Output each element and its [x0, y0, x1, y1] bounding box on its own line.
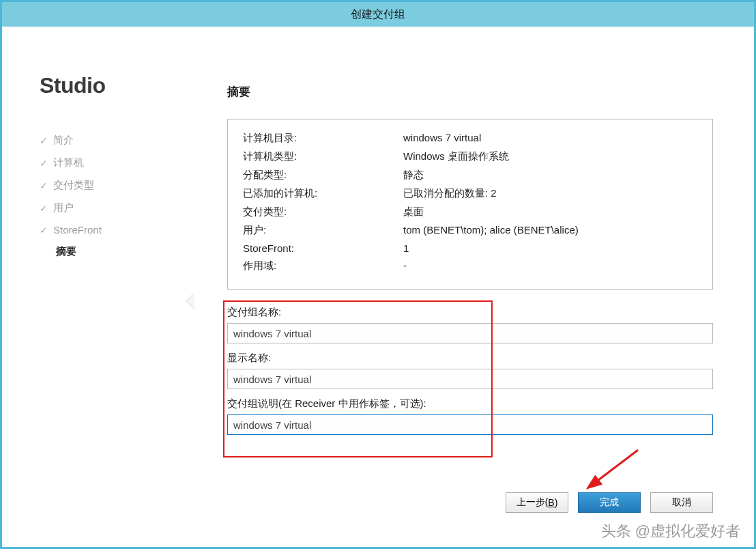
- back-button[interactable]: 上一步(B): [506, 492, 568, 513]
- description-label: 交付组说明(在 Receiver 中用作标签，可选):: [227, 397, 713, 410]
- step-label: 交付类型: [53, 179, 94, 192]
- summary-label: 已添加的计算机:: [243, 187, 403, 200]
- main-panel: 摘要 计算机目录: windows 7 virtual 计算机类型: Windo…: [190, 27, 754, 547]
- step-users[interactable]: ✓ 用户: [40, 201, 190, 214]
- summary-row: 已添加的计算机: 已取消分配的数量: 2: [243, 187, 697, 200]
- summary-value: 静态: [403, 169, 697, 182]
- summary-value: 已取消分配的数量: 2: [403, 187, 697, 200]
- dialog-window: 创建交付组 Studio ✓ 简介 ✓ 计算机 ✓ 交付类型 ✓ 用户 ✓: [0, 0, 756, 549]
- summary-value: -: [403, 259, 697, 272]
- step-label: 计算机: [53, 156, 84, 169]
- step-summary[interactable]: 摘要: [40, 245, 190, 258]
- finish-label: 完成: [600, 496, 619, 509]
- check-icon: ✓: [40, 203, 48, 214]
- description-input[interactable]: [227, 414, 713, 435]
- step-delivery-type[interactable]: ✓ 交付类型: [40, 179, 190, 192]
- step-label: 用户: [53, 201, 74, 214]
- summary-row: 计算机类型: Windows 桌面操作系统: [243, 150, 697, 163]
- step-storefront[interactable]: ✓ StoreFront: [40, 224, 190, 236]
- summary-value: Windows 桌面操作系统: [403, 150, 697, 163]
- step-label: 简介: [53, 134, 74, 147]
- summary-row: 计算机目录: windows 7 virtual: [243, 132, 697, 145]
- summary-value: 1: [403, 242, 697, 254]
- summary-row: 用户: tom (BENET\tom); alice (BENET\alice): [243, 224, 697, 237]
- wizard-sidebar: Studio ✓ 简介 ✓ 计算机 ✓ 交付类型 ✓ 用户 ✓ StoreFro…: [2, 27, 190, 547]
- summary-label: 计算机目录:: [243, 132, 403, 145]
- check-icon: ✓: [40, 158, 48, 169]
- summary-row: StoreFront: 1: [243, 242, 697, 254]
- page-heading: 摘要: [227, 84, 713, 100]
- button-row: 上一步(B) 完成 取消: [506, 492, 713, 513]
- summary-row: 交付类型: 桌面: [243, 206, 697, 219]
- summary-label: 计算机类型:: [243, 150, 403, 163]
- step-label: 摘要: [56, 245, 76, 258]
- back-key: B: [548, 497, 554, 508]
- finish-button[interactable]: 完成: [578, 492, 641, 513]
- summary-label: 作用域:: [243, 259, 403, 272]
- display-name-label: 显示名称:: [227, 352, 713, 365]
- brand-title: Studio: [40, 73, 190, 98]
- summary-row: 分配类型: 静态: [243, 169, 697, 182]
- summary-value: 桌面: [403, 206, 697, 219]
- back-suffix: ): [555, 497, 558, 508]
- check-icon: ✓: [40, 135, 48, 146]
- step-label: StoreFront: [53, 224, 102, 236]
- summary-label: StoreFront:: [243, 242, 403, 254]
- summary-row: 作用域: -: [243, 259, 697, 272]
- summary-value: tom (BENET\tom); alice (BENET\alice): [403, 224, 697, 237]
- check-icon: ✓: [40, 180, 48, 191]
- step-machines[interactable]: ✓ 计算机: [40, 156, 190, 169]
- svg-line-0: [596, 450, 638, 482]
- group-name-input[interactable]: [227, 323, 713, 343]
- arrow-annotation-icon: [583, 445, 645, 492]
- check-icon: ✓: [40, 225, 48, 236]
- summary-value: windows 7 virtual: [403, 132, 697, 145]
- window-title: 创建交付组: [351, 8, 405, 22]
- summary-label: 分配类型:: [243, 169, 403, 182]
- titlebar: 创建交付组: [2, 2, 754, 27]
- form-area: 交付组名称: 显示名称: 交付组说明(在 Receiver 中用作标签，可选):: [227, 306, 713, 443]
- summary-label: 交付类型:: [243, 206, 403, 219]
- dialog-body: Studio ✓ 简介 ✓ 计算机 ✓ 交付类型 ✓ 用户 ✓ StoreFro…: [2, 27, 754, 547]
- display-name-input[interactable]: [227, 369, 713, 389]
- step-intro[interactable]: ✓ 简介: [40, 134, 190, 147]
- cancel-button[interactable]: 取消: [650, 492, 713, 513]
- summary-box: 计算机目录: windows 7 virtual 计算机类型: Windows …: [227, 119, 713, 290]
- back-prefix: 上一步(: [517, 496, 549, 509]
- group-name-label: 交付组名称:: [227, 306, 713, 319]
- summary-label: 用户:: [243, 224, 403, 237]
- cancel-label: 取消: [672, 496, 691, 509]
